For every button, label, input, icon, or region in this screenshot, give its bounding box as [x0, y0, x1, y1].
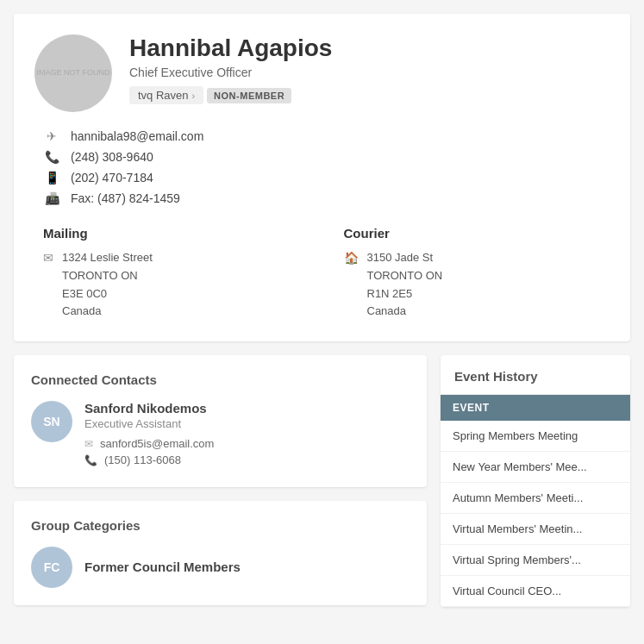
address-section: Mailing ✉ 1324 Leslie Street TORONTO ON … — [34, 226, 610, 321]
mailing-content: ✉ 1324 Leslie Street TORONTO ON E3E 0C0 … — [43, 249, 309, 321]
profile-title: Chief Executive Officer — [129, 66, 610, 79]
event-list-item[interactable]: Virtual Members' Meetin... — [441, 514, 630, 545]
email-value: hannibala98@email.com — [71, 129, 203, 143]
avatar-label: IMAGE NOT FOUND — [37, 68, 110, 78]
profile-header: IMAGE NOT FOUND Hannibal Agapios Chief E… — [34, 34, 610, 112]
mailing-block: Mailing ✉ 1324 Leslie Street TORONTO ON … — [43, 226, 309, 321]
courier-heading: Courier — [344, 226, 610, 241]
contact-info: ✈ hannibala98@email.com 📞 (248) 308-9640… — [34, 129, 610, 205]
contact-email-row: ✉ sanford5is@email.com — [84, 437, 410, 450]
fax-icon: 📠 — [43, 191, 60, 205]
connected-contacts-heading: Connected Contacts — [31, 372, 410, 387]
event-history-panel: Event History EVENT Spring Members Meeti… — [441, 355, 630, 607]
mobile-row: 📱 (202) 470-7184 — [43, 171, 610, 184]
raven-link[interactable]: tvq Raven › — [129, 86, 203, 104]
event-history-heading: Event History — [441, 355, 630, 395]
contact-phone-row: 📞 (150) 113-6068 — [84, 453, 410, 466]
non-member-badge: NON-MEMBER — [207, 88, 291, 103]
event-tab-bar: EVENT — [441, 395, 630, 421]
profile-info: Hannibal Agapios Chief Executive Officer… — [129, 34, 610, 111]
mailing-heading: Mailing — [43, 226, 309, 241]
contact-details: Sanford Nikodemos Executive Assistant ✉ … — [84, 401, 410, 470]
mobile-icon: 📱 — [43, 171, 60, 184]
fax-row: 📠 Fax: (487) 824-1459 — [43, 191, 610, 205]
fax-value: Fax: (487) 824-1459 — [71, 191, 180, 205]
phone-row: 📞 (248) 308-9640 — [43, 150, 610, 164]
mailing-text: 1324 Leslie Street TORONTO ON E3E 0C0 Ca… — [62, 249, 153, 321]
group-categories-panel: Group Categories FC Former Council Membe… — [14, 501, 427, 605]
event-list-item[interactable]: Spring Members Meeting — [441, 421, 630, 452]
phone-value: (248) 308-9640 — [71, 150, 153, 164]
chevron-right-icon: › — [192, 91, 196, 101]
bottom-section: Connected Contacts SN Sanford Nikodemos … — [14, 355, 630, 607]
connected-contacts-panel: Connected Contacts SN Sanford Nikodemos … — [14, 355, 427, 487]
contact-email: sanford5is@email.com — [100, 437, 214, 450]
event-list-item[interactable]: Autumn Members' Meeti... — [441, 483, 630, 514]
event-list-item[interactable]: Virtual Spring Members'... — [441, 545, 630, 576]
raven-link-label: tvq Raven — [138, 89, 189, 102]
mail-address-icon: ✉ — [43, 251, 53, 321]
mobile-value: (202) 470-7184 — [71, 171, 153, 184]
courier-text: 3150 Jade St TORONTO ON R1N 2E5 Canada — [367, 249, 443, 321]
home-icon: 🏠 — [344, 251, 359, 321]
email-row: ✈ hannibala98@email.com — [43, 129, 610, 143]
profile-name: Hannibal Agapios — [129, 34, 610, 62]
contact-name[interactable]: Sanford Nikodemos — [84, 401, 410, 416]
group-avatar: FC — [31, 547, 72, 588]
contact-email-icon: ✉ — [84, 438, 93, 450]
event-list-item[interactable]: New Year Members' Mee... — [441, 452, 630, 483]
contact-avatar: SN — [31, 401, 72, 442]
left-panel: Connected Contacts SN Sanford Nikodemos … — [14, 355, 427, 607]
phone-icon: 📞 — [43, 150, 60, 164]
contact-role: Executive Assistant — [84, 417, 410, 430]
contact-phone-icon: 📞 — [84, 454, 97, 466]
profile-card: IMAGE NOT FOUND Hannibal Agapios Chief E… — [14, 14, 630, 341]
group-categories-heading: Group Categories — [31, 518, 410, 533]
group-item: FC Former Council Members — [31, 547, 410, 588]
event-list-item[interactable]: Virtual Council CEO... — [441, 576, 630, 607]
group-name[interactable]: Former Council Members — [84, 560, 241, 574]
avatar: IMAGE NOT FOUND — [34, 34, 112, 112]
email-icon: ✈ — [43, 129, 60, 143]
contact-phone: (150) 113-6068 — [104, 453, 181, 466]
courier-content: 🏠 3150 Jade St TORONTO ON R1N 2E5 Canada — [344, 249, 610, 321]
contact-card: SN Sanford Nikodemos Executive Assistant… — [31, 401, 410, 470]
event-list: Spring Members MeetingNew Year Members' … — [441, 421, 630, 607]
courier-block: Courier 🏠 3150 Jade St TORONTO ON R1N 2E… — [344, 226, 610, 321]
